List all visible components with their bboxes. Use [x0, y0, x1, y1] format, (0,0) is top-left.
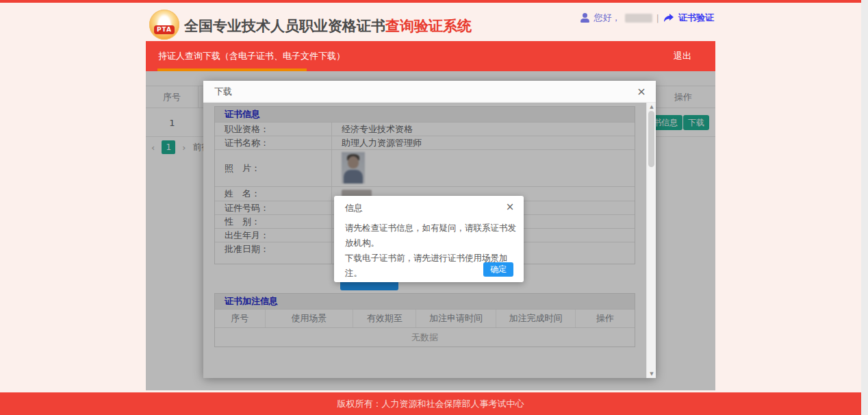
scroll-up-icon[interactable]: ▲ — [647, 104, 656, 110]
modal-scrollbar[interactable]: ▲ ▼ — [646, 103, 656, 378]
info-dialog-title: 信息 — [345, 202, 363, 214]
info-dialog-ok-button[interactable]: 确定 — [483, 262, 513, 277]
page: PTA 全国专业技术人员职业资格证书查询验证系统 您好， | 证书验证 持证人查… — [0, 0, 868, 415]
user-area: 您好， | 证书验证 — [580, 12, 714, 24]
download-modal-body: 证书信息 职业资格： 经济专业技术资格 证书名称： 助理人力资源管理师 照 片： — [203, 103, 656, 378]
site-header: PTA 全国专业技术人员职业资格证书查询验证系统 您好， | 证书验证 — [146, 3, 715, 41]
logo-text: PTA — [154, 25, 175, 34]
info-dialog-close-icon[interactable]: × — [503, 199, 517, 215]
scroll-down-icon[interactable]: ▼ — [647, 371, 656, 377]
share-arrow-icon — [663, 13, 674, 23]
separator: | — [656, 13, 659, 23]
download-modal-titlebar: 下载 × — [203, 81, 656, 103]
user-icon — [580, 13, 590, 23]
page-title-main: 全国专业技术人员职业资格证书 — [184, 18, 385, 34]
page-footer: 版权所有：人力资源和社会保障部人事考试中心 — [0, 392, 861, 415]
greeting-text: 您好， — [594, 12, 621, 24]
cert-verify-link[interactable]: 证书验证 — [678, 12, 714, 24]
download-modal-close-icon[interactable]: × — [634, 81, 649, 103]
username-redacted — [625, 14, 652, 23]
page-title: 全国专业技术人员职业资格证书查询验证系统 — [184, 16, 472, 36]
download-modal: 下载 × 证书信息 职业资格： 经济专业技术资格 证书名称： 助理人力资源管理师 — [203, 81, 656, 378]
browser-scroll-gutter — [861, 0, 868, 415]
info-dialog-line1: 请先检查证书信息，如有疑问，请联系证书发放机构。 — [345, 221, 516, 251]
info-dialog: 信息 × 请先检查证书信息，如有疑问，请联系证书发放机构。 下载电子证书前，请先… — [334, 196, 524, 282]
scrollbar-thumb[interactable] — [648, 111, 654, 167]
page-title-accent: 查询验证系统 — [385, 18, 472, 34]
download-modal-title: 下载 — [214, 81, 232, 103]
logout-button[interactable]: 退出 — [674, 41, 691, 71]
pta-logo: PTA — [149, 10, 179, 40]
tab-holder-query-download[interactable]: 持证人查询下载（含电子证书、电子文件下载） — [158, 41, 345, 71]
copyright-text: 版权所有：人力资源和社会保障部人事考试中心 — [337, 398, 524, 410]
main-nav: 持证人查询下载（含电子证书、电子文件下载） 退出 — [146, 41, 715, 71]
